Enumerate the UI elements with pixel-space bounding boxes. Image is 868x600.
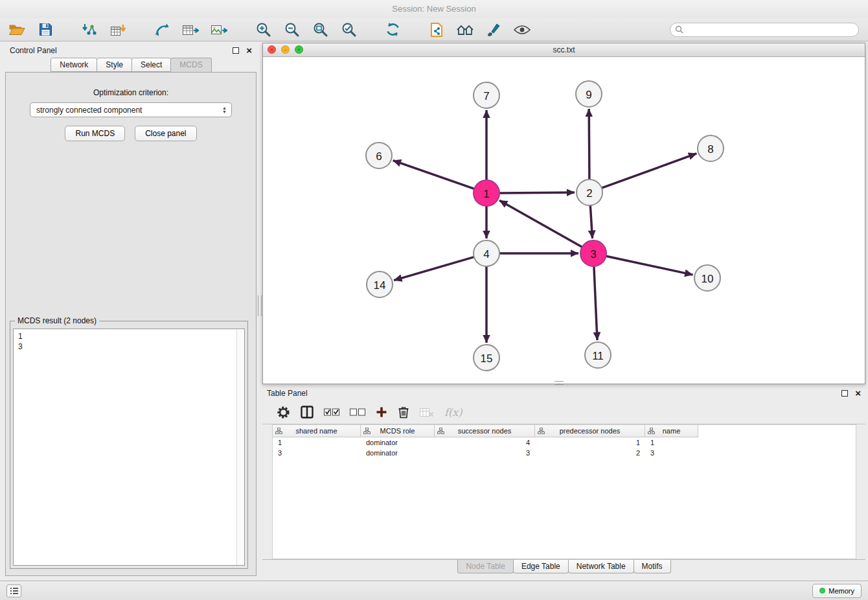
float-table-panel-icon[interactable] <box>841 390 848 397</box>
column-header-name[interactable]: name <box>645 425 698 437</box>
graph-edge-3-11[interactable] <box>594 266 597 340</box>
hierarchy-icon <box>648 428 655 435</box>
column-header-predecessor-nodes[interactable]: predecessor nodes <box>535 425 645 437</box>
tab-style[interactable]: Style <box>97 58 132 72</box>
tab-mcds[interactable]: MCDS <box>170 58 211 72</box>
graph-edge-1-6[interactable] <box>393 161 474 189</box>
close-mcds-panel-button[interactable]: Close panel <box>135 126 196 141</box>
apply-style-button[interactable] <box>483 20 504 40</box>
add-row-button[interactable] <box>376 406 387 418</box>
graph-node-4[interactable]: 4 <box>474 240 499 266</box>
mcds-result-list[interactable]: 13 <box>13 329 245 566</box>
network-canvas[interactable]: 7968124314101511 <box>263 57 865 384</box>
graph-edge-1-2[interactable] <box>499 192 575 193</box>
import-table-button[interactable] <box>108 20 128 40</box>
refresh-button[interactable] <box>382 20 403 40</box>
mcds-result-item[interactable]: 3 <box>18 341 240 352</box>
result-scrollbar[interactable] <box>236 329 244 565</box>
graph-node-15[interactable]: 15 <box>474 345 499 371</box>
minimize-window-icon[interactable]: − <box>281 45 290 54</box>
export-table-button[interactable] <box>180 20 201 40</box>
zoom-out-button[interactable] <box>281 20 302 40</box>
table-cell[interactable]: dominator <box>361 437 435 448</box>
table-cell[interactable]: 3 <box>273 448 361 458</box>
table-cell[interactable]: 1 <box>273 437 361 448</box>
home-button[interactable] <box>455 20 475 40</box>
task-history-button[interactable] <box>6 584 21 597</box>
export-image-button[interactable] <box>209 20 229 40</box>
tab-node-table[interactable]: Node Table <box>457 560 514 573</box>
network-file-button[interactable] <box>426 20 447 40</box>
table-cell[interactable]: 3 <box>435 448 535 458</box>
graph-node-3[interactable]: 3 <box>580 240 606 266</box>
table-cell[interactable]: 4 <box>435 437 535 448</box>
column-header-mcds-role[interactable]: MCDS role <box>361 425 435 437</box>
graph-edge-3-10[interactable] <box>606 256 693 275</box>
close-window-icon[interactable]: × <box>268 45 276 54</box>
zoom-window-icon[interactable]: + <box>295 45 303 54</box>
delete-row-button[interactable] <box>398 406 409 419</box>
graph-edge-3-1[interactable] <box>499 200 582 247</box>
graph-edge-2-9[interactable] <box>589 109 589 179</box>
graph-node-10[interactable]: 10 <box>694 265 720 291</box>
close-table-panel-icon[interactable]: × <box>855 389 861 398</box>
table-header-row: shared nameMCDS rolesuccessor nodesprede… <box>273 425 698 437</box>
criterion-dropdown[interactable]: strongly connected component ▲▼ <box>30 102 232 117</box>
run-mcds-button[interactable]: Run MCDS <box>65 126 125 141</box>
table-cell[interactable]: 2 <box>535 448 645 458</box>
table-cell[interactable]: 3 <box>645 448 698 458</box>
table-row[interactable]: 3dominator323 <box>273 448 856 458</box>
vertical-splitter-handle[interactable] <box>258 295 262 316</box>
column-header-shared-name[interactable]: shared name <box>273 425 361 437</box>
graph-node-14[interactable]: 14 <box>367 271 393 297</box>
graph-edge-2-3[interactable] <box>590 205 592 238</box>
graph-edge-4-14[interactable] <box>394 257 474 281</box>
column-chooser-button[interactable] <box>301 406 314 419</box>
table-cell[interactable]: dominator <box>361 448 435 458</box>
memory-button[interactable]: Memory <box>812 584 862 598</box>
graph-node-label: 10 <box>702 273 714 285</box>
tab-network-table[interactable]: Network Table <box>568 560 634 573</box>
tab-network[interactable]: Network <box>51 58 97 72</box>
delete-table-icon <box>420 407 434 417</box>
tab-select[interactable]: Select <box>131 58 171 72</box>
graph-edge-2-8[interactable] <box>602 154 697 188</box>
network-window-titlebar[interactable]: × − + scc.txt <box>263 43 865 57</box>
tab-motifs[interactable]: Motifs <box>634 560 671 573</box>
control-panel-title: Control Panel <box>10 46 57 55</box>
table-toolbar: f(x) <box>262 400 865 424</box>
graph-node-6[interactable]: 6 <box>366 143 392 168</box>
graph-node-2[interactable]: 2 <box>577 179 602 205</box>
float-panel-icon[interactable] <box>233 47 239 54</box>
search-input[interactable] <box>670 23 859 37</box>
table-row[interactable]: 1dominator411 <box>273 437 856 448</box>
zoom-selected-button[interactable] <box>338 20 359 40</box>
main-toolbar <box>0 18 868 41</box>
graph-node-11[interactable]: 11 <box>585 342 611 368</box>
show-hide-button[interactable] <box>512 20 532 40</box>
zoom-in-button[interactable] <box>253 20 273 40</box>
save-session-button[interactable] <box>35 20 56 40</box>
export-network-button[interactable] <box>152 20 172 40</box>
table-cell[interactable]: 1 <box>645 437 698 448</box>
import-table-icon <box>110 23 126 37</box>
table-cell[interactable]: 1 <box>535 437 645 448</box>
horizontal-splitter-handle[interactable] <box>554 381 564 385</box>
import-network-button[interactable] <box>79 20 100 40</box>
open-folder-button[interactable] <box>6 20 27 40</box>
tab-edge-table[interactable]: Edge Table <box>513 560 569 573</box>
graph-node-1[interactable]: 1 <box>474 180 499 206</box>
mcds-panel: Optimization criterion: strongly connect… <box>5 72 257 576</box>
table-settings-button[interactable] <box>277 406 290 419</box>
select-all-button[interactable] <box>324 408 339 417</box>
close-panel-icon[interactable]: × <box>246 46 252 55</box>
mcds-result-item[interactable]: 1 <box>18 331 240 341</box>
zoom-fit-button[interactable] <box>310 20 330 40</box>
graph-node-8[interactable]: 8 <box>698 135 724 161</box>
delete-table-button[interactable] <box>420 407 434 417</box>
graph-node-7[interactable]: 7 <box>474 82 499 108</box>
deselect-all-button[interactable] <box>350 408 365 417</box>
graph-node-9[interactable]: 9 <box>576 81 602 107</box>
column-header-successor-nodes[interactable]: successor nodes <box>435 425 535 437</box>
function-builder-icon[interactable]: f(x) <box>444 406 462 419</box>
